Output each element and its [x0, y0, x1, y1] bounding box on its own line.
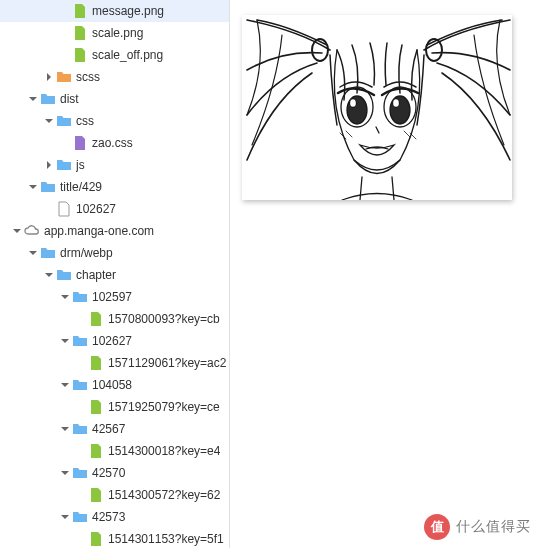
tree-row[interactable]: 102627 [0, 198, 229, 220]
file-green-icon [88, 355, 104, 371]
expand-toggle-icon[interactable] [44, 160, 54, 170]
folder-blue-icon [56, 267, 72, 283]
expand-toggle-icon[interactable] [44, 270, 54, 280]
folder-blue-icon [56, 113, 72, 129]
tree-row[interactable]: 1514301153?key=5f1 [0, 528, 229, 548]
expand-toggle-icon[interactable] [60, 336, 70, 346]
tree-row[interactable]: 1570800093?key=cb [0, 308, 229, 330]
watermark-text: 什么值得买 [456, 518, 531, 536]
tree-item-label: title/429 [60, 180, 102, 194]
preview-image [242, 15, 512, 200]
cloud-icon [24, 223, 40, 239]
expand-toggle-icon[interactable] [44, 116, 54, 126]
tree-row[interactable]: scale_off.png [0, 44, 229, 66]
tree-row[interactable]: chapter [0, 264, 229, 286]
tree-item-label: dist [60, 92, 79, 106]
file-tree-sidebar[interactable]: message.pngscale.pngscale_off.pngscssdis… [0, 0, 230, 548]
file-green-icon [88, 399, 104, 415]
tree-item-label: app.manga-one.com [44, 224, 154, 238]
toggle-none [60, 50, 70, 60]
folder-blue-icon [72, 421, 88, 437]
tree-item-label: scale_off.png [92, 48, 163, 62]
folder-blue-icon [72, 377, 88, 393]
watermark: 值 什么值得买 [424, 514, 531, 540]
tree-item-label: scss [76, 70, 100, 84]
folder-orange-icon [56, 69, 72, 85]
tree-item-label: 42573 [92, 510, 125, 524]
file-green-icon [88, 443, 104, 459]
tree-row[interactable]: zao.css [0, 132, 229, 154]
tree-row[interactable]: drm/webp [0, 242, 229, 264]
watermark-badge-icon: 值 [424, 514, 450, 540]
tree-item-label: 104058 [92, 378, 132, 392]
tree-item-label: css [76, 114, 94, 128]
toggle-none [44, 204, 54, 214]
tree-item-label: js [76, 158, 85, 172]
toggle-none [60, 138, 70, 148]
folder-blue-icon [72, 509, 88, 525]
tree-item-label: chapter [76, 268, 116, 282]
file-green-icon [88, 531, 104, 547]
folder-blue-icon [72, 333, 88, 349]
expand-toggle-icon[interactable] [60, 380, 70, 390]
folder-blue-icon [72, 465, 88, 481]
toggle-none [76, 402, 86, 412]
toggle-none [76, 446, 86, 456]
tree-item-label: 1570800093?key=cb [108, 312, 220, 326]
tree-row[interactable]: 102627 [0, 330, 229, 352]
expand-toggle-icon[interactable] [28, 182, 38, 192]
tree-row[interactable]: dist [0, 88, 229, 110]
tree-row[interactable]: scale.png [0, 22, 229, 44]
folder-blue-icon [72, 289, 88, 305]
toggle-none [76, 314, 86, 324]
tree-row[interactable]: 1514300572?key=62 [0, 484, 229, 506]
tree-item-label: 1514300018?key=e4 [108, 444, 220, 458]
expand-toggle-icon[interactable] [60, 292, 70, 302]
file-green-icon [88, 311, 104, 327]
tree-row[interactable]: css [0, 110, 229, 132]
tree-item-label: 1514301153?key=5f1 [108, 532, 224, 546]
folder-blue-icon [56, 157, 72, 173]
expand-toggle-icon[interactable] [28, 248, 38, 258]
tree-row[interactable]: js [0, 154, 229, 176]
tree-row[interactable]: 42567 [0, 418, 229, 440]
tree-item-label: 102627 [92, 334, 132, 348]
tree-row[interactable]: 1571129061?key=ac2 [0, 352, 229, 374]
expand-toggle-icon[interactable] [12, 226, 22, 236]
expand-toggle-icon[interactable] [60, 468, 70, 478]
tree-row[interactable]: 42573 [0, 506, 229, 528]
svg-point-3 [350, 99, 357, 108]
tree-item-label: 42567 [92, 422, 125, 436]
tree-item-label: 1571129061?key=ac2 [108, 356, 226, 370]
tree-row[interactable]: 1514300018?key=e4 [0, 440, 229, 462]
file-green-icon [72, 3, 88, 19]
folder-blue-icon [40, 245, 56, 261]
tree-row[interactable]: message.png [0, 0, 229, 22]
svg-rect-0 [242, 15, 512, 200]
toggle-none [76, 490, 86, 500]
tree-item-label: 102627 [76, 202, 116, 216]
tree-row[interactable]: 42570 [0, 462, 229, 484]
file-green-icon [72, 25, 88, 41]
expand-toggle-icon[interactable] [44, 72, 54, 82]
file-green-icon [72, 47, 88, 63]
file-white-icon [56, 201, 72, 217]
expand-toggle-icon[interactable] [28, 94, 38, 104]
toggle-none [60, 6, 70, 16]
folder-blue-icon [40, 179, 56, 195]
tree-item-label: scale.png [92, 26, 143, 40]
toggle-none [76, 358, 86, 368]
svg-point-6 [393, 99, 400, 108]
tree-row[interactable]: app.manga-one.com [0, 220, 229, 242]
expand-toggle-icon[interactable] [60, 512, 70, 522]
tree-row[interactable]: scss [0, 66, 229, 88]
folder-blue-icon [40, 91, 56, 107]
tree-row[interactable]: 104058 [0, 374, 229, 396]
tree-row[interactable]: 1571925079?key=ce [0, 396, 229, 418]
tree-item-label: 1514300572?key=62 [108, 488, 220, 502]
expand-toggle-icon[interactable] [60, 424, 70, 434]
file-green-icon [88, 487, 104, 503]
tree-row[interactable]: 102597 [0, 286, 229, 308]
toggle-none [76, 534, 86, 544]
tree-row[interactable]: title/429 [0, 176, 229, 198]
